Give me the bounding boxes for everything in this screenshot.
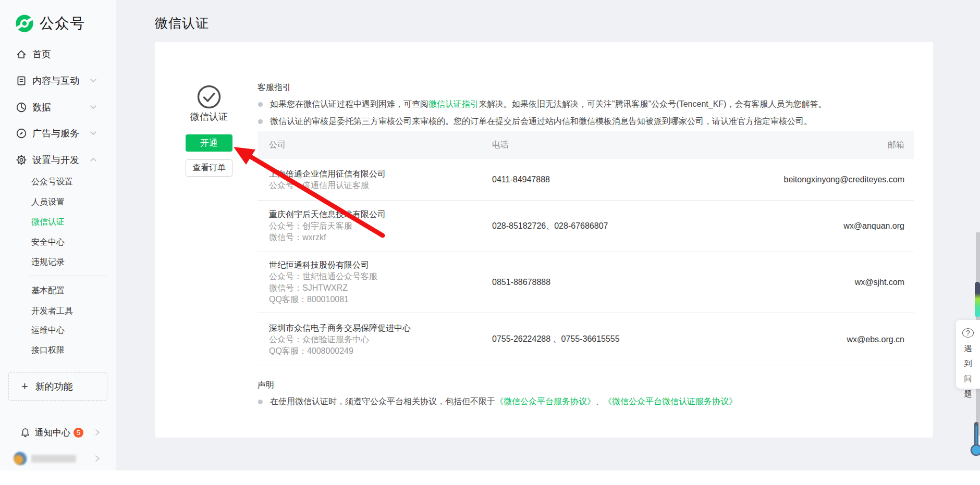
account-name-redacted xyxy=(31,455,76,463)
verification-guide-link[interactable]: 微信认证指引 xyxy=(428,100,479,108)
chevron-down-icon xyxy=(90,105,97,110)
company-cell: 深圳市众信电子商务交易保障促进中心 公众号：众信验证服务中心 QQ客服：4008… xyxy=(258,322,492,357)
sidebar-item-ops-center[interactable]: 运维中心 xyxy=(31,324,65,337)
phone-cell: 0755-26224288 、0755-36615555 xyxy=(492,334,758,345)
help-widget-label: 遇到问题 xyxy=(963,341,973,401)
scrollbar-thumb[interactable] xyxy=(975,282,980,317)
sidebar-item-label: 首页 xyxy=(32,48,51,60)
view-orders-button[interactable]: 查看订单 xyxy=(186,159,232,177)
sidebar-item-developer-tools[interactable]: 开发者工具 xyxy=(31,305,73,317)
company-name: 上海倍通企业信用征信有限公司 xyxy=(269,168,492,180)
thermometer-extension-icon[interactable] xyxy=(969,420,980,457)
notification-label: 通知中心 xyxy=(35,427,70,439)
header-company: 公司 xyxy=(258,140,492,151)
guide-bullet-text: 如果您在微信认证过程中遇到困难，可查阅微信认证指引来解决。如果依旧无法解决，可关… xyxy=(270,99,826,109)
guide-title: 客服指引 xyxy=(258,82,291,93)
sidebar-item-label: 设置与开发 xyxy=(32,154,79,166)
chevron-down-icon xyxy=(90,78,97,83)
statement-title: 声明 xyxy=(258,380,274,391)
company-detail: 微信号：SJHTWXRZ xyxy=(269,282,492,294)
bullet-dot xyxy=(258,102,263,107)
company-detail: 公众号：众信验证服务中心 xyxy=(269,334,492,345)
statement-pre: 在使用微信认证时，须遵守公众平台相关协议，包括但不限于 xyxy=(270,397,495,406)
guide-text: 如果您在微信认证过程中遇到困难，可查阅 xyxy=(270,100,428,108)
company-detail: 公众号：世纪恒通公众号客服 xyxy=(269,271,492,282)
gear-icon xyxy=(16,154,27,166)
sidebar-item-label: 广告与服务 xyxy=(32,127,79,140)
email-cell: wx@anquan.org xyxy=(758,221,914,231)
page-title: 微信认证 xyxy=(155,15,209,32)
notification-badge: 5 xyxy=(74,428,83,438)
sidebar-item-home[interactable]: 首页 xyxy=(0,45,116,64)
company-name: 世纪恒通科技股份有限公司 xyxy=(269,259,492,271)
question-icon: ? xyxy=(962,328,974,338)
bullet-dot xyxy=(258,400,263,404)
phone-cell: 0851-88678888 xyxy=(492,278,758,287)
email-cell: beitongxinyong@crediteyes.com xyxy=(758,175,914,184)
sidebar-item-label: 内容与互动 xyxy=(32,74,79,87)
guide-bullet: 如果您在微信认证过程中遇到困难，可查阅微信认证指引来解决。如果依旧无法解决，可关… xyxy=(258,99,914,109)
status-label: 微信认证 xyxy=(167,110,251,123)
bullet-dot xyxy=(258,119,263,124)
activate-button[interactable]: 开通 xyxy=(186,134,232,152)
review-companies-table: 公司 电话 邮箱 上海倍通企业信用征信有限公司 公众号：倍通信用认证客服 041… xyxy=(258,131,914,366)
check-circle-icon xyxy=(197,84,222,109)
sidebar-item-data[interactable]: 数据 xyxy=(0,98,116,117)
sidebar-item-settings[interactable]: 设置与开发 xyxy=(0,151,116,169)
phone-cell: 028-85182726、028-67686807 xyxy=(492,221,758,232)
company-cell: 重庆创宇后天信息技术有限公司 公众号：创宇后天客服 微信号：wxrzkf xyxy=(258,209,492,243)
brand-name: 公众号 xyxy=(40,14,85,33)
company-name: 重庆创宇后天信息技术有限公司 xyxy=(269,209,492,220)
avatar xyxy=(14,452,27,465)
sidebar-divider xyxy=(29,276,107,276)
sidebar-item-wechat-verification[interactable]: 微信认证 xyxy=(31,216,65,228)
verification-card: 微信认证 开通 查看订单 客服指引 如果您在微信认证过程中遇到困难，可查阅微信认… xyxy=(155,42,933,438)
chevron-right-icon xyxy=(95,455,100,462)
wechat-mp-logo-icon xyxy=(15,14,34,33)
verification-agreement-link[interactable]: 《微信公众平台微信认证服务协议》 xyxy=(604,397,737,406)
notification-center[interactable]: 通知中心 5 xyxy=(0,423,116,442)
table-row: 世纪恒通科技股份有限公司 公众号：世纪恒通公众号客服 微信号：SJHTWXRZ … xyxy=(258,252,914,313)
chevron-down-icon xyxy=(90,131,97,136)
help-widget[interactable]: ? 遇到问题 xyxy=(956,320,980,389)
new-feature-label: 新的功能 xyxy=(35,380,73,393)
brand[interactable]: 公众号 xyxy=(15,14,85,33)
chevron-up-icon xyxy=(90,157,97,163)
company-cell: 世纪恒通科技股份有限公司 公众号：世纪恒通公众号客服 微信号：SJHTWXRZ … xyxy=(258,259,492,305)
sidebar-item-ads[interactable]: 广告与服务 xyxy=(0,124,116,143)
table-row: 深圳市众信电子商务交易保障促进中心 公众号：众信验证服务中心 QQ客服：4008… xyxy=(258,313,914,366)
account-switcher[interactable] xyxy=(0,449,116,468)
compass-icon xyxy=(16,128,27,139)
table-header: 公司 电话 邮箱 xyxy=(258,131,914,159)
phone-cell: 0411-84947888 xyxy=(492,175,758,184)
company-detail: QQ客服：4008000249 xyxy=(269,345,492,357)
platform-agreement-link[interactable]: 《微信公众平台服务协议》 xyxy=(495,397,595,406)
sidebar-item-staff-settings[interactable]: 人员设置 xyxy=(31,196,65,208)
sidebar-item-account-settings[interactable]: 公众号设置 xyxy=(31,176,73,188)
email-cell: wx@ebs.org.cn xyxy=(758,335,914,344)
header-phone: 电话 xyxy=(492,140,758,151)
sidebar-item-content[interactable]: 内容与互动 xyxy=(0,71,116,90)
guide-text: 来解决。如果依旧无法解决，可关注"腾讯客服"公众号(Tencent_KF)，会有… xyxy=(479,100,826,108)
company-detail: 微信号：wxrzkf xyxy=(269,232,492,243)
company-detail: QQ客服：800010081 xyxy=(269,294,492,305)
bell-icon xyxy=(20,427,31,438)
bottom-strip xyxy=(0,470,980,485)
statement-text: 在使用微信认证时，须遵守公众平台相关协议，包括但不限于《微信公众平台服务协议》、… xyxy=(270,396,737,407)
document-icon xyxy=(16,75,27,86)
email-cell: wx@sjht.com xyxy=(758,278,914,287)
company-detail: 公众号：倍通信用认证客服 xyxy=(269,180,492,191)
new-feature-button[interactable]: + 新的功能 xyxy=(8,372,107,401)
sidebar-item-label: 数据 xyxy=(32,101,51,114)
sidebar: 公众号 首页 内容与互动 数据 广告与服务 xyxy=(0,0,116,485)
guide-bullet: 微信认证的审核是委托第三方审核公司来审核的。您的订单在提交后会通过站内信和微信模… xyxy=(258,116,914,127)
company-detail: 公众号：创宇后天客服 xyxy=(269,220,492,232)
sidebar-item-basic-config[interactable]: 基本配置 xyxy=(31,284,65,297)
statement-sep: 、 xyxy=(595,397,604,406)
guide-bullet-text: 微信认证的审核是委托第三方审核公司来审核的。您的订单在提交后会通过站内信和微信模… xyxy=(270,116,812,127)
table-row: 重庆创宇后天信息技术有限公司 公众号：创宇后天客服 微信号：wxrzkf 028… xyxy=(258,201,914,252)
company-cell: 上海倍通企业信用征信有限公司 公众号：倍通信用认证客服 xyxy=(258,168,492,191)
sidebar-item-api-permissions[interactable]: 接口权限 xyxy=(31,344,65,356)
sidebar-item-security-center[interactable]: 安全中心 xyxy=(31,236,65,248)
sidebar-item-violation-records[interactable]: 违规记录 xyxy=(31,256,65,268)
